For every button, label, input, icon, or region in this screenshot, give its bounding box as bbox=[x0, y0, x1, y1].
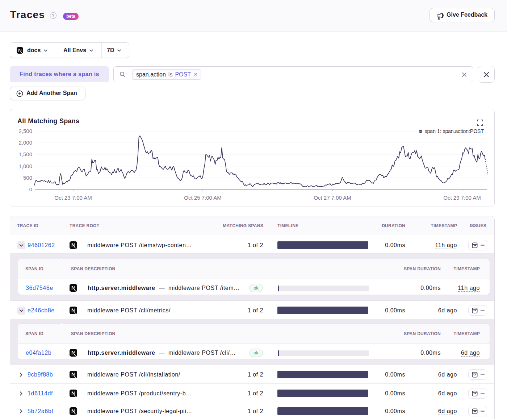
svg-text:2,500: 2,500 bbox=[18, 128, 32, 134]
svg-text:Oct 25 7:00 AM: Oct 25 7:00 AM bbox=[184, 195, 221, 201]
svg-text:Oct 23 7:00 AM: Oct 23 7:00 AM bbox=[54, 195, 92, 201]
svg-text:2,000: 2,000 bbox=[18, 140, 32, 146]
svg-text:1,500: 1,500 bbox=[18, 151, 32, 157]
svg-text:500: 500 bbox=[23, 175, 32, 181]
svg-text:0: 0 bbox=[29, 186, 32, 192]
svg-text:Oct 29 7:00 AM: Oct 29 7:00 AM bbox=[443, 195, 481, 201]
svg-text:1,000: 1,000 bbox=[18, 163, 32, 169]
svg-text:Oct 27 7:00 AM: Oct 27 7:00 AM bbox=[314, 195, 351, 201]
